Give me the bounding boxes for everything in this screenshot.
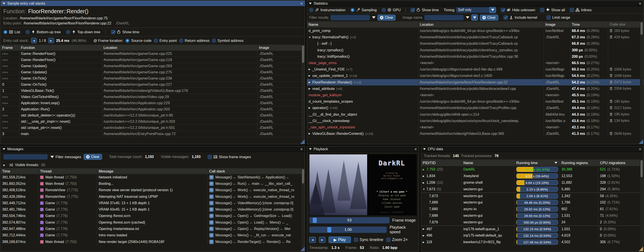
expander-icon[interactable]: ▶ bbox=[423, 168, 426, 171]
call-stack-cell[interactable]: Message() ← Menu() ← _M_run ← execute_na… bbox=[208, 232, 302, 238]
scrollbar-track[interactable] bbox=[640, 160, 643, 251]
frame-loc-entry-radio[interactable]: Entry point bbox=[154, 38, 177, 43]
cpu-thread-row[interactable]: ▶ 1,834 Xwayland 9.57 s (39.44%) 12,553 bbox=[421, 173, 643, 179]
call-stack-cell[interactable]: Message() ← StartNetwork() ← Application… bbox=[208, 174, 302, 180]
clear-messages-button[interactable]: Clear bbox=[84, 154, 102, 160]
cpu-thread-row[interactable]: ▶ 497 irq/176-iwlwifi:queue_1 132.15 ms … bbox=[421, 226, 643, 232]
statistics-row[interactable]: clear_page_erms <kernel> <kernel> 66.5 m… bbox=[307, 60, 643, 66]
statistics-row[interactable]: d_print_comp /usr/src/debug/gcc-build/x8… bbox=[307, 28, 643, 34]
scrollbar-grip[interactable] bbox=[640, 22, 643, 35]
cpu-thread-row[interactable]: ▶ 119 kworker/u17:0+i915_flip 127.48 ms … bbox=[421, 239, 643, 246]
mode-bottom-up-radio[interactable]: Bottom-up tree bbox=[26, 30, 61, 34]
col-running-regions[interactable]: Running regions bbox=[560, 160, 598, 166]
call-stack-row[interactable]: inline Application::InnerLoop() /home/wo… bbox=[1, 100, 305, 106]
message-row[interactable]: 381,692,052ns Main thread (7,750) Bootin… bbox=[1, 180, 305, 187]
col-cpu-migrations[interactable]: CPU migrations bbox=[598, 160, 640, 166]
show-all-checkbox[interactable]: Show all bbox=[540, 8, 565, 12]
close-icon[interactable] bbox=[639, 1, 641, 6]
col-time[interactable]: Time bbox=[1, 168, 38, 174]
scrollbar-grip[interactable] bbox=[640, 160, 643, 177]
expander-icon[interactable]: ▼ bbox=[423, 188, 426, 190]
call-stack-icon[interactable] bbox=[209, 214, 214, 218]
col-pid-tid[interactable]: PID/TID bbox=[421, 160, 462, 166]
call-stack-row[interactable]: inline Video::GetTicksHiRes() /home/wolf… bbox=[1, 94, 305, 100]
statistics-row[interactable]: ▶ operator() (+44) /home/wolf/darkrl/con… bbox=[307, 105, 643, 111]
col-function[interactable]: Function bbox=[20, 45, 102, 51]
scrollbar-grip[interactable] bbox=[302, 46, 304, 63]
cpu-thread-row[interactable]: ▶ 1,206 (12) gnome-shell 4.64 s (19.10%)… bbox=[421, 179, 643, 186]
statistics-row[interactable]: d_count_templates_scopes /usr/src/debug/… bbox=[307, 98, 643, 105]
next-stack-button[interactable]: ▶ bbox=[48, 38, 54, 43]
filter-results-input[interactable] bbox=[330, 15, 370, 20]
cpu-thread-row[interactable]: 7,679 wezterm-gui 500.94 µs (0.00%) 24 bbox=[421, 219, 643, 226]
scrollbar-track[interactable] bbox=[302, 45, 304, 144]
show-time-checkbox[interactable]: Show time bbox=[111, 30, 139, 34]
statistics-row[interactable]: ▶ uw_update_context_1 (+14) /usr/src/deb… bbox=[307, 72, 643, 79]
col-location[interactable]: Location bbox=[102, 45, 258, 51]
expander-icon[interactable]: ▶ bbox=[3, 164, 7, 166]
call-stack-cell[interactable]: Message() ← Open() ← Load() ← Menu() ← _ bbox=[208, 219, 302, 226]
resize-grip[interactable] bbox=[300, 140, 304, 144]
col-code-size[interactable]: Code size bbox=[608, 21, 640, 28]
call-stack-cell[interactable]: Message() ← RenderTarget() ← Render() ← … bbox=[208, 238, 302, 245]
statistics-row[interactable]: ▶ _Unwind_Find_FDE (+7) /usr/src/debug/g… bbox=[307, 66, 643, 72]
expander-icon[interactable]: ▶ bbox=[423, 234, 426, 237]
call-stack-row[interactable]: inline Game::RenderFloor() /home/wolf/da… bbox=[1, 57, 305, 63]
statistics-row[interactable]: ▼ tracy::NormalizePath() (+2) /home/wolf… bbox=[307, 34, 643, 40]
statistics-row[interactable]: tracy::InitRpmalloc() /home/wolf/darkrl/… bbox=[307, 53, 643, 60]
expander-icon[interactable]: ▶ bbox=[423, 175, 426, 178]
funnel-icon[interactable] bbox=[466, 16, 469, 19]
next-frame-button[interactable]: ▶ bbox=[319, 237, 326, 243]
expander-icon[interactable]: ▶ bbox=[423, 228, 426, 230]
call-stack-row[interactable]: inline Game::Update() /home/wolf/darkrl/… bbox=[1, 69, 305, 75]
call-stack-icon[interactable] bbox=[209, 175, 214, 180]
prev-stack-button[interactable]: ◀ bbox=[31, 38, 37, 43]
statistics-row[interactable]: ▶ VideoGLBase::RenderContent() (+14) /ho… bbox=[307, 130, 643, 137]
instrumentation-radio[interactable]: Instrumentation bbox=[309, 8, 346, 12]
expander-icon[interactable]: ▶ bbox=[308, 87, 312, 90]
call-stack-icon[interactable] bbox=[209, 182, 214, 186]
dropdown-button[interactable] bbox=[490, 7, 496, 13]
call-stack-row[interactable]: 3 main /home/wolf/darkrl/src/EntryPointP… bbox=[1, 131, 305, 137]
message-row[interactable]: 382,712,444ns Game (7,776) Intro menu lo… bbox=[1, 232, 305, 238]
col-location[interactable]: Location bbox=[418, 21, 544, 28]
call-stack-cell[interactable]: Message() ← Open() ← GetImageSize ← Load… bbox=[208, 213, 302, 219]
collapse-icon[interactable] bbox=[309, 3, 312, 4]
frame-slider[interactable]: 53 bbox=[309, 217, 390, 224]
resize-grip[interactable] bbox=[300, 247, 304, 251]
sampling-radio[interactable]: Sampling bbox=[350, 8, 377, 12]
cpu-thread-row[interactable]: ▶ 7,750 (22) DarkRL 10.04 s (41.37%) 30,… bbox=[421, 166, 643, 173]
cpu-thread-row[interactable]: ▼ 7,673 (5) wezterm-gui 2.15 s (8.86%) 5… bbox=[421, 186, 643, 192]
statistics-row[interactable]: ▶ FloorRenderer::Render() (+13) /home/wo… bbox=[307, 79, 643, 86]
expander-icon[interactable]: ▼ bbox=[308, 36, 312, 38]
col-name[interactable]: Name bbox=[307, 21, 418, 28]
include-kernel-checkbox[interactable]: Include kernel bbox=[504, 16, 538, 20]
mode-list-radio[interactable]: List bbox=[3, 30, 20, 34]
call-stack-cell[interactable]: Message() ← Work() ← execute_native_thre… bbox=[208, 194, 302, 200]
col-time[interactable]: Time bbox=[570, 21, 608, 28]
call-stack-cell[interactable]: Message() ← Run() ← main ← __libc_start_… bbox=[208, 180, 302, 187]
image-dropdown-button[interactable] bbox=[471, 14, 478, 20]
call-stack-icon[interactable] bbox=[209, 220, 214, 225]
zoom-2x-checkbox[interactable]: Zoom 2× bbox=[386, 238, 408, 242]
collapse-icon[interactable] bbox=[423, 148, 426, 150]
expander-icon[interactable]: ▶ bbox=[423, 181, 426, 184]
message-row[interactable]: 382,408,518ns RemoteView (7,775) Remote … bbox=[1, 187, 305, 194]
call-stack-icon[interactable] bbox=[209, 194, 214, 199]
close-icon[interactable] bbox=[414, 147, 417, 151]
call-stack-cell[interactable]: Message() ← Work() ← execute_native_thre… bbox=[208, 187, 302, 194]
inlines-checkbox[interactable]: Inlines bbox=[570, 8, 592, 12]
call-stack-cell[interactable]: Message() ← VideoMemory() [clone .constp… bbox=[208, 206, 302, 212]
clear-filter-button[interactable]: Clear bbox=[378, 15, 396, 20]
call-stack-row[interactable]: 0 Game::OnTick() /home/wolf/darkrl/src/g… bbox=[1, 82, 305, 88]
resize-grip[interactable] bbox=[639, 247, 643, 251]
image-name-input[interactable] bbox=[424, 15, 464, 20]
statistics-row[interactable]: __GI___clock_nanosleep /usr/src/debug/gl… bbox=[307, 118, 643, 124]
call-stack-icon[interactable] bbox=[209, 188, 214, 192]
call-stack-row[interactable]: inline Game::RenderFloor() /home/wolf/da… bbox=[1, 51, 305, 57]
statistics-row[interactable]: _raw_spin_unlock_irqrestore <kernel> <ke… bbox=[307, 124, 643, 130]
statistics-row[interactable]: tracy::rpmalloc() /home/wolf/darkrl/cont… bbox=[307, 47, 643, 53]
collapse-icon[interactable] bbox=[3, 148, 5, 150]
call-stack-icon[interactable] bbox=[209, 227, 214, 231]
expander-icon[interactable]: ▶ bbox=[308, 74, 312, 77]
